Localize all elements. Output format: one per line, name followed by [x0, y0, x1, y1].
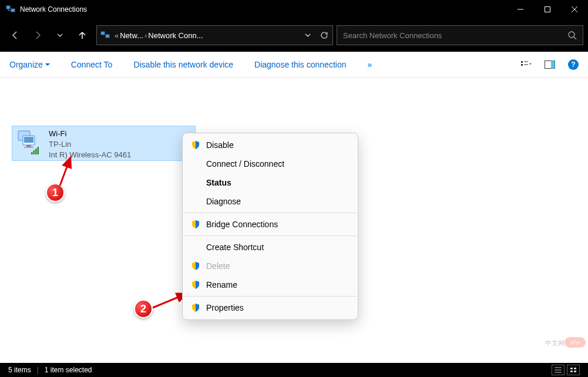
minimize-button[interactable] — [507, 0, 534, 19]
shield-icon — [191, 303, 200, 312]
annotation-arrow-1 — [56, 153, 80, 188]
connect-to-button[interactable]: Connect To — [71, 60, 113, 69]
context-menu: Disable Connect / Disconnect Status Diag… — [182, 133, 358, 320]
menu-bridge[interactable]: Bridge Connections — [183, 215, 358, 234]
toolbar-label: Diagnose this connection — [254, 60, 346, 69]
view-options-icon[interactable] — [521, 60, 532, 69]
toolbar-label: Disable this network device — [133, 60, 233, 69]
chevron-down-icon[interactable] — [304, 32, 311, 39]
back-button[interactable] — [5, 25, 26, 46]
svg-rect-32 — [570, 371, 573, 372]
adapter-name: Wi-Fi — [49, 129, 131, 139]
svg-rect-31 — [574, 368, 576, 369]
menu-separator — [183, 296, 357, 297]
menu-label: Bridge Connections — [206, 220, 278, 229]
svg-rect-6 — [101, 32, 105, 35]
svg-rect-33 — [574, 371, 576, 372]
menu-disable[interactable]: Disable — [183, 136, 358, 154]
help-icon[interactable]: ? — [568, 59, 579, 70]
svg-point-8 — [569, 32, 574, 38]
svg-rect-1 — [11, 9, 15, 12]
recent-dropdown[interactable] — [49, 25, 70, 46]
shield-icon — [191, 140, 200, 150]
toolbar-label: Organize — [9, 60, 43, 69]
svg-rect-22 — [33, 150, 35, 154]
maximize-button[interactable] — [534, 0, 561, 19]
menu-create-shortcut[interactable]: Create Shortcut — [183, 238, 358, 257]
svg-rect-3 — [545, 7, 550, 12]
adapter-icon — [16, 129, 44, 157]
navigation-bar: « Netw... › Network Conn... — [0, 19, 588, 52]
disable-device-button[interactable]: Disable this network device — [133, 60, 233, 69]
svg-rect-21 — [31, 152, 33, 154]
menu-properties[interactable]: Properties — [183, 298, 358, 317]
menu-diagnose[interactable]: Diagnose — [183, 192, 358, 211]
svg-rect-19 — [26, 145, 31, 147]
status-bar: 5 items | 1 item selected — [0, 363, 588, 377]
close-button[interactable] — [561, 0, 588, 19]
forward-button[interactable] — [27, 25, 48, 46]
menu-separator — [183, 235, 357, 236]
diagnose-button[interactable]: Diagnose this connection — [254, 60, 346, 69]
php-watermark: php — [565, 337, 586, 348]
status-item-count: 5 items — [8, 366, 31, 374]
shield-icon — [191, 261, 200, 271]
adapter-network: TP-Lin — [49, 139, 131, 150]
menu-label: Properties — [206, 303, 244, 312]
search-box[interactable] — [337, 25, 583, 45]
search-icon[interactable] — [567, 31, 577, 40]
menu-label: Status — [206, 178, 231, 187]
svg-rect-23 — [35, 149, 37, 154]
status-selected-count: 1 item selected — [45, 366, 92, 374]
breadcrumb-seg1[interactable]: Netw... — [120, 31, 143, 40]
svg-rect-15 — [551, 61, 555, 69]
menu-label: Diagnose — [206, 197, 241, 206]
svg-rect-7 — [106, 35, 109, 38]
window-title: Network Connections — [20, 5, 507, 14]
svg-rect-18 — [24, 137, 33, 143]
toolbar-label: Connect To — [71, 60, 113, 69]
menu-label: Delete — [206, 261, 230, 271]
svg-rect-20 — [24, 147, 33, 148]
svg-rect-11 — [521, 64, 523, 66]
menu-connect-disconnect[interactable]: Connect / Disconnect — [183, 154, 358, 173]
svg-rect-10 — [521, 61, 523, 63]
menu-status[interactable]: Status — [183, 173, 358, 192]
menu-label: Disable — [206, 140, 234, 150]
content-area: Wi-Fi TP-Lin Int R) Wireless-AC 9461 1 2… — [0, 78, 588, 363]
wifi-adapter-item[interactable]: Wi-Fi TP-Lin Int R) Wireless-AC 9461 — [12, 126, 196, 161]
refresh-icon[interactable] — [320, 31, 329, 40]
breadcrumb-prefix: « — [115, 31, 119, 40]
svg-line-25 — [60, 157, 70, 186]
search-input[interactable] — [343, 31, 567, 40]
dropdown-arrow-icon — [45, 62, 50, 67]
menu-separator — [183, 213, 357, 213]
watermark-text: 中文网 — [545, 339, 565, 348]
more-commands-button[interactable]: » — [367, 60, 372, 69]
svg-rect-30 — [570, 368, 573, 369]
svg-rect-24 — [38, 147, 39, 154]
details-view-button[interactable] — [552, 365, 565, 375]
location-icon — [100, 31, 110, 40]
title-bar: Network Connections — [0, 0, 588, 19]
status-separator: | — [37, 366, 39, 374]
breadcrumb-seg2[interactable]: Network Conn... — [148, 31, 203, 40]
up-button[interactable] — [72, 25, 93, 46]
address-bar[interactable]: « Netw... › Network Conn... — [96, 25, 333, 45]
svg-line-9 — [574, 37, 576, 39]
icons-view-button[interactable] — [567, 365, 580, 375]
shield-icon — [191, 280, 200, 290]
network-connections-icon — [6, 5, 15, 14]
menu-rename[interactable]: Rename — [183, 275, 358, 294]
preview-pane-icon[interactable] — [545, 60, 555, 69]
menu-label: Rename — [206, 280, 237, 290]
menu-label: Connect / Disconnect — [206, 159, 284, 169]
menu-delete: Delete — [183, 257, 358, 275]
organize-button[interactable]: Organize — [9, 60, 50, 69]
command-bar: Organize Connect To Disable this network… — [0, 52, 588, 78]
shield-icon — [191, 220, 200, 229]
chevron-right-icon: › — [145, 31, 147, 40]
svg-rect-0 — [6, 6, 10, 9]
menu-label: Create Shortcut — [206, 243, 264, 252]
